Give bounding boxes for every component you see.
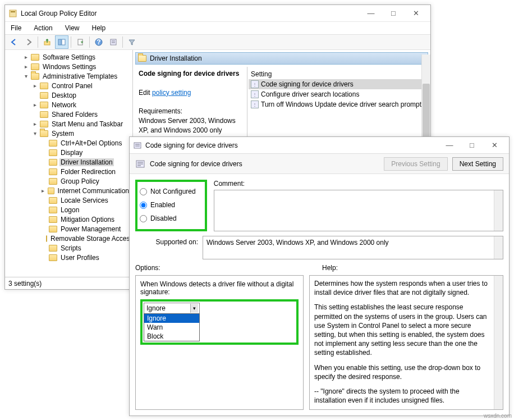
scrollbar[interactable] — [494, 236, 503, 259]
show-tree-button[interactable] — [55, 35, 68, 49]
help-icon[interactable]: ? — [92, 35, 105, 49]
policy-dialog: Code signing for device drivers ― □ ✕ Co… — [129, 136, 510, 416]
tree-pane[interactable]: ▸Software Settings▸Windows Settings▾Admi… — [5, 50, 133, 277]
option-prompt: When Windows detects a driver file witho… — [140, 280, 299, 296]
properties-icon[interactable] — [107, 35, 120, 49]
menu-action[interactable]: Action — [31, 23, 54, 33]
folder-icon — [48, 188, 54, 194]
tree-label: Locale Services — [59, 197, 109, 204]
chevron-right-icon[interactable]: ▸ — [32, 83, 38, 89]
tree-node[interactable]: ▸Network — [5, 100, 132, 109]
tree-label: Power Management — [59, 225, 122, 233]
chevron-right-icon[interactable]: ▸ — [41, 188, 45, 194]
state-radio-group: Not Configured Enabled Disabled — [135, 180, 207, 231]
tree-label: Software Settings — [42, 53, 97, 61]
supported-on-label: Supported on: — [135, 236, 198, 246]
chevron-right-icon[interactable]: ▸ — [23, 54, 29, 60]
minimize-button[interactable]: ― — [360, 6, 382, 21]
tree-node[interactable]: ▸Mitigation Options — [5, 214, 132, 224]
edit-label: Edit — [139, 89, 150, 97]
chevron-right-icon[interactable]: ▸ — [32, 121, 38, 127]
tree-node[interactable]: ▸Shared Folders — [5, 109, 132, 119]
chevron-right-icon[interactable]: ▸ — [23, 63, 29, 70]
tree-node[interactable]: ▸Software Settings — [5, 52, 132, 62]
tree-node[interactable]: ▸Power Management — [5, 224, 132, 234]
chevron-down-icon[interactable]: ▾ — [32, 130, 38, 136]
toolbar: ? — [5, 34, 430, 50]
menu-file[interactable]: File — [8, 23, 24, 33]
dialog-subtitle: Code signing for device drivers — [150, 160, 379, 168]
svg-rect-4 — [62, 39, 65, 45]
edit-policy-link[interactable]: policy setting — [152, 89, 191, 97]
next-setting-button[interactable]: Next Setting — [452, 157, 503, 171]
tree-label: Folder Redirection — [59, 168, 117, 176]
folder-icon — [49, 197, 57, 204]
tree-node[interactable]: ▸Driver Installation — [5, 157, 132, 167]
tree-node[interactable]: ▸Logon — [5, 205, 132, 214]
tree-label: Start Menu and Taskbar — [51, 120, 124, 128]
dialog-close-button[interactable]: ✕ — [483, 138, 506, 153]
tree-label: Network — [51, 101, 77, 109]
tree-node[interactable]: ▸Folder Redirection — [5, 167, 132, 176]
dialog-title: Code signing for device drivers — [145, 141, 438, 149]
maximize-button[interactable]: □ — [382, 6, 405, 21]
combo-option-block[interactable]: Block — [144, 332, 199, 341]
tree-node[interactable]: ▸Group Policy — [5, 176, 132, 186]
folder-icon — [46, 235, 47, 242]
tree-node[interactable]: ▸User Profiles — [5, 253, 132, 262]
tree-node[interactable]: ▸Windows Settings — [5, 62, 132, 71]
export-button[interactable] — [74, 35, 87, 49]
tree-node[interactable]: ▸Display — [5, 148, 132, 157]
tree-node[interactable]: ▸Control Panel — [5, 81, 132, 90]
combo-option-ignore[interactable]: Ignore — [144, 314, 199, 323]
column-setting[interactable]: Setting — [249, 69, 427, 79]
tree-node[interactable]: ▸Locale Services — [5, 195, 132, 205]
svg-rect-0 — [10, 10, 16, 17]
title-bar[interactable]: Local Group Policy Editor ― □ ✕ — [5, 5, 430, 22]
svg-rect-1 — [11, 11, 15, 12]
list-item[interactable]: ⋮Turn off Windows Update device driver s… — [249, 99, 427, 109]
filter-icon[interactable] — [125, 35, 139, 49]
tree-node[interactable]: ▸Ctrl+Alt+Del Options — [5, 138, 132, 148]
scrollbar[interactable] — [494, 276, 503, 409]
folder-icon — [49, 168, 57, 175]
tree-node[interactable]: ▾System — [5, 129, 132, 138]
svg-rect-3 — [58, 39, 61, 45]
radio-not-configured[interactable]: Not Configured — [140, 188, 196, 195]
radio-disabled[interactable]: Disabled — [140, 214, 196, 222]
tree-node[interactable]: ▸Start Menu and Taskbar — [5, 119, 132, 129]
close-button[interactable]: ✕ — [405, 6, 427, 21]
requirements-text: Windows Server 2003, Windows XP, and Win… — [139, 117, 236, 134]
list-item[interactable]: ⋮Code signing for device drivers — [249, 79, 427, 89]
tree-node[interactable]: ▸Internet Communication — [5, 186, 132, 195]
dialog-minimize-button[interactable]: ― — [438, 138, 461, 153]
dialog-maximize-button[interactable]: □ — [461, 138, 483, 153]
comment-textarea[interactable] — [214, 190, 503, 231]
up-button[interactable] — [40, 35, 54, 49]
dialog-title-bar[interactable]: Code signing for device drivers ― □ ✕ — [130, 137, 509, 154]
svg-rect-8 — [111, 39, 116, 45]
folder-icon — [49, 178, 57, 185]
menu-view[interactable]: View — [63, 23, 82, 33]
radio-enabled[interactable]: Enabled — [140, 201, 196, 209]
policy-icon — [135, 159, 145, 169]
tree-node[interactable]: ▾Administrative Templates — [5, 71, 132, 81]
forward-button[interactable] — [22, 35, 35, 49]
tree-node[interactable]: ▸Desktop — [5, 90, 132, 100]
previous-setting-button[interactable]: Previous Setting — [384, 157, 447, 171]
folder-icon — [49, 226, 57, 232]
tree-node[interactable]: ▸Removable Storage Access — [5, 234, 132, 243]
tree-node[interactable]: ▸Scripts — [5, 243, 132, 253]
scrollbar[interactable] — [494, 190, 503, 231]
chevron-down-icon[interactable]: ▾ — [23, 73, 29, 79]
content-header-title: Driver Installation — [150, 54, 202, 62]
menu-help[interactable]: Help — [90, 23, 108, 33]
signature-action-combobox[interactable]: Ignore ▾ — [144, 303, 200, 314]
chevron-right-icon[interactable]: ▸ — [32, 102, 38, 108]
setting-icon: ⋮ — [251, 101, 259, 108]
list-item[interactable]: ⋮Configure driver search locations — [249, 89, 427, 99]
back-button[interactable] — [7, 35, 21, 49]
folder-icon — [49, 216, 57, 223]
supported-on-box: Windows Server 2003, Windows XP, and Win… — [203, 236, 503, 259]
combo-option-warn[interactable]: Warn — [144, 323, 199, 332]
